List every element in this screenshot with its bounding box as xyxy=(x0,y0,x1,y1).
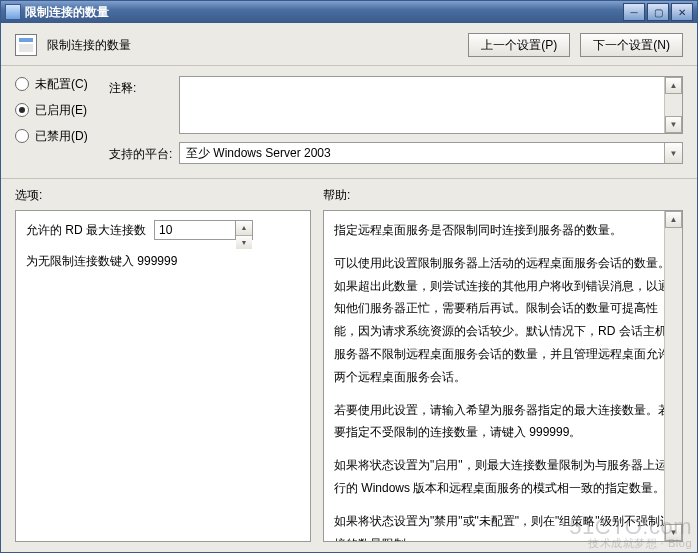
radio-label: 未配置(C) xyxy=(35,76,88,93)
scrollbar[interactable]: ▲ ▼ xyxy=(664,211,682,541)
spinner-up-icon[interactable]: ▲ xyxy=(236,221,252,235)
window-title: 限制连接的数量 xyxy=(25,4,623,21)
close-button[interactable]: ✕ xyxy=(671,3,693,21)
radio-icon xyxy=(15,103,29,117)
platform-label: 支持的平台: xyxy=(109,142,179,163)
help-paragraph: 若要使用此设置，请输入希望为服务器指定的最大连接数量。若要指定不受限制的连接数量… xyxy=(334,399,672,445)
max-connections-spinner[interactable]: ▲ ▼ xyxy=(154,220,253,240)
help-paragraph: 指定远程桌面服务是否限制同时连接到服务器的数量。 xyxy=(334,219,672,242)
platform-dropdown[interactable]: 至少 Windows Server 2003 ▼ xyxy=(179,142,683,164)
radio-enabled[interactable]: 已启用(E) xyxy=(15,102,95,118)
radio-label: 已启用(E) xyxy=(35,102,87,119)
scroll-track[interactable] xyxy=(665,228,682,524)
state-radio-group: 未配置(C) 已启用(E) 已禁用(D) xyxy=(15,76,95,172)
radio-not-configured[interactable]: 未配置(C) xyxy=(15,76,95,92)
scroll-down-icon[interactable]: ▼ xyxy=(665,116,682,133)
scrollbar[interactable]: ▲ ▼ xyxy=(664,77,682,133)
minimize-button[interactable]: ─ xyxy=(623,3,645,21)
help-column: 帮助: 指定远程桌面服务是否限制同时连接到服务器的数量。 可以使用此设置限制服务… xyxy=(323,187,683,542)
policy-icon xyxy=(15,34,37,56)
max-connections-input[interactable] xyxy=(155,221,235,239)
next-setting-button[interactable]: 下一个设置(N) xyxy=(580,33,683,57)
titlebar: 限制连接的数量 ─ ▢ ✕ xyxy=(1,1,697,23)
radio-label: 已禁用(D) xyxy=(35,128,88,145)
scroll-track[interactable] xyxy=(665,94,682,116)
comment-textarea[interactable]: ▲ ▼ xyxy=(179,76,683,134)
help-panel: 指定远程桌面服务是否限制同时连接到服务器的数量。 可以使用此设置限制服务器上活动… xyxy=(323,210,683,542)
help-paragraph: 可以使用此设置限制服务器上活动的远程桌面服务会话的数量。如果超出此数量，则尝试连… xyxy=(334,252,672,389)
help-paragraph: 如果将状态设置为"启用"，则最大连接数量限制为与服务器上运行的 Windows … xyxy=(334,454,672,500)
config-section: 未配置(C) 已启用(E) 已禁用(D) 注释: ▲ xyxy=(1,66,697,179)
spinner-down-icon[interactable]: ▼ xyxy=(236,236,252,249)
maximize-button[interactable]: ▢ xyxy=(647,3,669,21)
radio-icon xyxy=(15,129,29,143)
radio-icon xyxy=(15,77,29,91)
header-row: 限制连接的数量 上一个设置(P) 下一个设置(N) xyxy=(1,23,697,66)
gpo-setting-window: 限制连接的数量 ─ ▢ ✕ 限制连接的数量 上一个设置(P) 下一个设置(N) … xyxy=(0,0,698,553)
prev-setting-button[interactable]: 上一个设置(P) xyxy=(468,33,570,57)
scroll-up-icon[interactable]: ▲ xyxy=(665,77,682,94)
options-label: 选项: xyxy=(15,187,311,204)
scroll-down-icon[interactable]: ▼ xyxy=(665,524,682,541)
chevron-down-icon[interactable]: ▼ xyxy=(664,143,682,163)
options-panel: 允许的 RD 最大连接数 ▲ ▼ 为无限制连接数键入 999999 xyxy=(15,210,311,542)
radio-disabled[interactable]: 已禁用(D) xyxy=(15,128,95,144)
help-label: 帮助: xyxy=(323,187,683,204)
help-paragraph: 如果将状态设置为"禁用"或"未配置"，则在"组策略"级别不强制连接的数量限制。 xyxy=(334,510,672,542)
comment-label: 注释: xyxy=(109,76,179,97)
max-connections-label: 允许的 RD 最大连接数 xyxy=(26,219,146,242)
window-icon xyxy=(5,4,21,20)
scroll-up-icon[interactable]: ▲ xyxy=(665,211,682,228)
policy-title: 限制连接的数量 xyxy=(47,37,458,54)
options-hint: 为无限制连接数键入 999999 xyxy=(26,250,300,273)
options-column: 选项: 允许的 RD 最大连接数 ▲ ▼ 为无限制连接数键入 999999 xyxy=(15,187,311,542)
platform-value: 至少 Windows Server 2003 xyxy=(186,145,331,162)
